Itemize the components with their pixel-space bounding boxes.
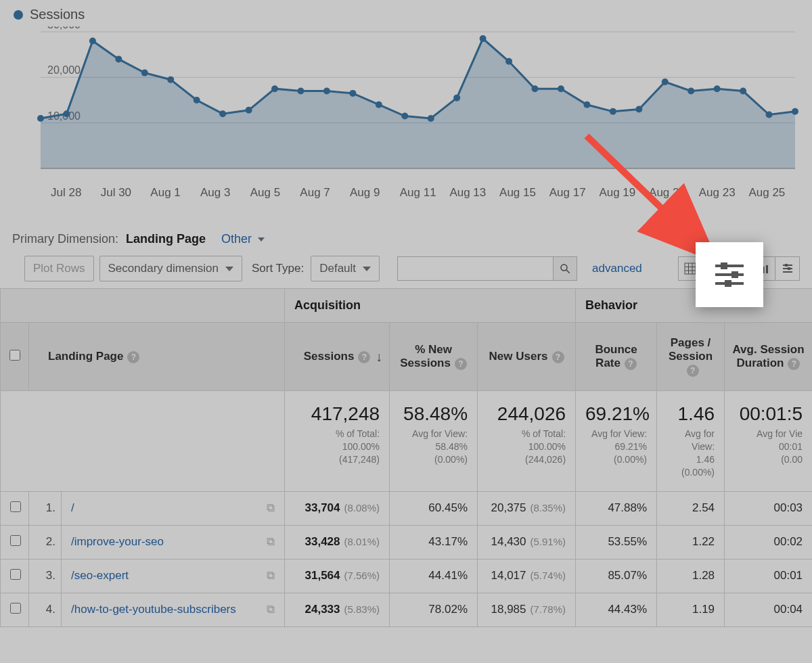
col-sessions[interactable]: Sessions? ↓ (285, 323, 390, 391)
sort-type-label: Sort Type: (252, 262, 304, 275)
row-pct-new: 43.17% (390, 525, 478, 559)
group-header-row: Acquisition Behavior (1, 289, 813, 323)
col-new-users[interactable]: New Users? (478, 323, 576, 391)
row-bounce: 85.07% (576, 559, 657, 593)
summary-pps: 1.46Avg forView:1.46(0.00%) (657, 391, 725, 492)
row-dur: 00:03 (725, 491, 812, 525)
svg-point-17 (323, 88, 330, 95)
col-avg-session-duration[interactable]: Avg. Session Duration? (725, 323, 812, 391)
help-icon[interactable]: ? (788, 358, 800, 370)
search-input[interactable] (397, 256, 553, 281)
search-group (397, 256, 577, 281)
sort-type-dropdown[interactable]: Default (311, 256, 380, 281)
other-label: Other (221, 232, 252, 246)
table-row[interactable]: 1./⧉33,704(8.08%)60.45%20,375(8.35%)47.8… (1, 491, 813, 525)
landing-page-table: Acquisition Behavior Landing Page? Sessi… (0, 288, 812, 627)
select-all-checkbox[interactable] (9, 350, 20, 361)
summary-sessions: 417,248% of Total:100.00%(417,248) (285, 391, 390, 492)
search-button[interactable] (553, 256, 577, 281)
x-tick: Aug 7 (300, 186, 350, 200)
primary-dimension-selected[interactable]: Landing Page (126, 232, 206, 246)
row-index: 1. (29, 491, 62, 525)
row-page[interactable]: /seo-expert⧉ (62, 559, 285, 593)
row-bounce: 47.88% (576, 491, 657, 525)
row-index: 2. (29, 525, 62, 559)
x-tick: Aug 21 (649, 186, 699, 200)
x-tick: Aug 13 (449, 186, 499, 200)
row-sessions: 33,704(8.08%) (285, 491, 390, 525)
col-landing-page[interactable]: Landing Page? (29, 323, 285, 391)
sort-type-value: Default (319, 262, 356, 275)
svg-point-16 (297, 88, 304, 95)
primary-dimension-bar: Primary Dimension: Landing Page Other (0, 200, 812, 246)
summary-pct-new: 58.48%Avg for View:58.48%(0.00%) (390, 391, 478, 492)
primary-dimension-other[interactable]: Other (221, 232, 265, 246)
highlighted-pivot-button[interactable] (696, 242, 763, 307)
row-checkbox[interactable] (10, 569, 21, 580)
row-new-users: 18,985(7.78%) (478, 593, 576, 626)
summary-duration: 00:01:5Avg for Vie00:01(0.00 (725, 391, 812, 492)
x-tick: Jul 28 (51, 186, 101, 200)
svg-point-35 (792, 108, 798, 115)
external-link-icon[interactable]: ⧉ (267, 569, 275, 582)
table-row[interactable]: 4./how-to-get-youtube-subscribers⧉24,333… (1, 593, 813, 626)
secondary-dimension-dropdown[interactable]: Secondary dimension (99, 256, 242, 281)
row-checkbox[interactable] (10, 535, 21, 546)
plot-rows-button[interactable]: Plot Rows (24, 256, 94, 281)
row-page[interactable]: /improve-your-seo⧉ (62, 525, 285, 559)
row-pps: 1.19 (657, 593, 725, 626)
view-pivot-button[interactable] (775, 256, 800, 281)
svg-text:20,000: 20,000 (47, 64, 81, 76)
x-tick: Aug 5 (250, 186, 300, 200)
group-behavior: Behavior (576, 289, 812, 323)
row-new-users: 14,430(5.91%) (478, 525, 576, 559)
svg-point-18 (349, 90, 356, 97)
advanced-link[interactable]: advanced (592, 262, 642, 275)
help-icon[interactable]: ? (687, 365, 699, 377)
row-pps: 2.54 (657, 491, 725, 525)
col-pct-new-sessions[interactable]: % New Sessions? (390, 323, 478, 391)
external-link-icon[interactable]: ⧉ (267, 535, 275, 549)
external-link-icon[interactable]: ⧉ (267, 603, 275, 616)
help-icon[interactable]: ? (455, 358, 467, 370)
table-row[interactable]: 3./seo-expert⧉31,564(7.56%)44.41%14,017(… (1, 559, 813, 593)
help-icon[interactable]: ? (127, 351, 139, 363)
x-axis-ticks: Jul 28Jul 30Aug 1Aug 3Aug 5Aug 7Aug 9Aug… (14, 186, 798, 200)
col-pages-per-session[interactable]: Pages / Session? (657, 323, 725, 391)
help-icon[interactable]: ? (358, 351, 370, 363)
svg-point-21 (428, 115, 434, 122)
svg-point-30 (662, 78, 669, 85)
sessions-chart[interactable]: 10,00020,00030,000 (14, 26, 798, 182)
x-tick: Aug 15 (499, 186, 549, 200)
row-checkbox[interactable] (10, 603, 21, 614)
svg-rect-54 (785, 264, 788, 267)
grid-icon (684, 262, 696, 275)
external-link-icon[interactable]: ⧉ (267, 501, 275, 515)
secondary-dimension-label: Secondary dimension (108, 262, 219, 275)
svg-point-33 (740, 88, 746, 95)
row-dur: 00:02 (725, 525, 812, 559)
row-bounce: 53.55% (576, 525, 657, 559)
svg-text:30,000: 30,000 (47, 26, 81, 30)
table-row[interactable]: 2./improve-your-seo⧉33,428(8.01%)43.17%1… (1, 525, 813, 559)
row-new-users: 14,017(5.74%) (478, 559, 576, 593)
svg-point-10 (141, 70, 148, 76)
svg-point-32 (714, 85, 721, 92)
row-page[interactable]: /how-to-get-youtube-subscribers⧉ (62, 593, 285, 626)
help-icon[interactable]: ? (552, 351, 564, 363)
svg-point-27 (583, 101, 590, 108)
svg-point-12 (194, 97, 200, 104)
column-header-row: Landing Page? Sessions? ↓ % New Sessions… (1, 323, 813, 391)
row-sessions: 33,428(8.01%) (285, 525, 390, 559)
row-index: 4. (29, 593, 62, 626)
row-checkbox[interactable] (10, 501, 21, 512)
col-bounce-rate[interactable]: Bounce Rate? (576, 323, 657, 391)
row-pct-new: 44.41% (390, 559, 478, 593)
svg-point-9 (115, 55, 122, 62)
x-tick: Aug 1 (150, 186, 200, 200)
svg-rect-39 (685, 263, 696, 274)
help-icon[interactable]: ? (625, 358, 637, 370)
search-icon (559, 262, 571, 275)
svg-point-15 (271, 85, 278, 92)
row-page[interactable]: /⧉ (62, 491, 285, 525)
